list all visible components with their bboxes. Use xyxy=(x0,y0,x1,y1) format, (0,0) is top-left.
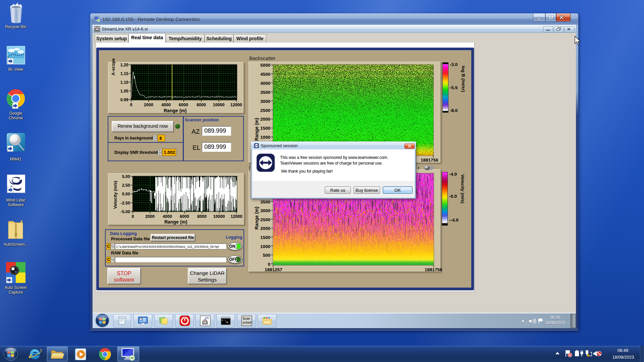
svg-text:sched: sched xyxy=(243,321,252,324)
svg-text:Scan: Scan xyxy=(243,317,250,320)
svg-text:XR: XR xyxy=(205,316,209,320)
svg-text:C:\: C:\ xyxy=(222,319,226,322)
